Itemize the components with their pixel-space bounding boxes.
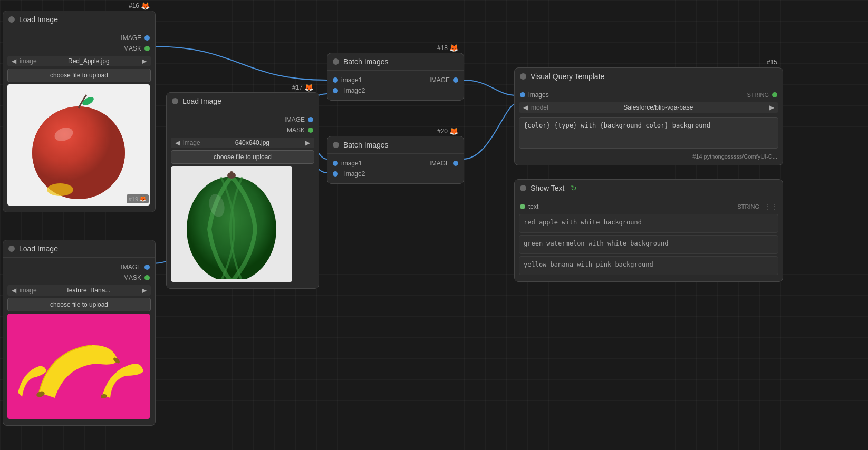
apple-image-16 [7, 84, 150, 206]
select-value-19: feature_Bana... [39, 287, 139, 294]
model-select-vqt[interactable]: ◀ model Salesforce/blip-vqa-base ▶ [519, 102, 778, 113]
node-title-19: Load Image [19, 244, 58, 253]
node-body-20: image1 IMAGE image2 [327, 154, 464, 183]
string-out-dot-vqt[interactable] [772, 92, 777, 97]
node-title-showtext: Show Text [531, 184, 564, 192]
mask-port-dot-17[interactable] [308, 128, 313, 133]
image2-port-20: image2 [327, 169, 464, 179]
status-dot-vqt [520, 73, 526, 80]
image-port-dot-19[interactable] [144, 265, 150, 270]
template-textarea[interactable]: {color} {type} with {background color} b… [519, 117, 778, 149]
image1-in-dot-20[interactable] [333, 161, 338, 166]
svg-point-4 [47, 183, 73, 196]
image-out-dot-18[interactable] [453, 77, 458, 83]
mask-port-label-16: MASK [123, 45, 141, 52]
mask-port-dot-16[interactable] [144, 46, 150, 51]
select-value-17: 640x640.jpg [202, 139, 302, 146]
model-label: model [531, 104, 548, 111]
images-label-vqt: images [528, 91, 549, 99]
image-port-label-16: IMAGE [121, 34, 141, 42]
node-header-17: Load Image [167, 93, 319, 110]
node-body-18: image1 IMAGE image2 [327, 71, 464, 100]
model-arrow-left[interactable]: ◀ [522, 104, 529, 111]
image-select-17[interactable]: ◀ image 640x640.jpg ▶ [171, 138, 314, 148]
image1-label-18: image1 [341, 76, 362, 84]
node-title-vqt: Visual Query Template [531, 72, 604, 81]
visual-query-node-15: #15 Visual Query Template images STRING … [514, 67, 783, 165]
text-in-dot-showtext[interactable] [520, 204, 525, 209]
image2-in-dot-18[interactable] [333, 88, 338, 93]
status-dot-20 [333, 142, 339, 148]
mask-port-dot-19[interactable] [144, 275, 150, 280]
mask-port-label-19: MASK [123, 274, 141, 281]
images-port-vqt: images STRING [515, 90, 783, 100]
image2-label-18: image2 [344, 87, 365, 94]
node-badge-17: #17 [292, 84, 303, 91]
mask-port-label-17: MASK [287, 126, 305, 134]
image-port-label-17: IMAGE [284, 116, 305, 123]
select-label-17: image [183, 139, 200, 146]
image1-label-20: image1 [341, 160, 362, 167]
image-select-16[interactable]: ◀ image Red_Apple.jpg ▶ [7, 56, 151, 66]
load-image-node-19: Load Image IMAGE MASK ◀ image feature_Ba… [3, 240, 156, 426]
image-port-row-19: IMAGE [3, 262, 155, 272]
node-badge-15: #15 [767, 58, 777, 66]
node-header-20: Batch Images [327, 136, 464, 154]
node-header-vqt: Visual Query Template [515, 68, 783, 85]
arrow-left-16[interactable]: ◀ [11, 57, 17, 65]
string-label-showtext: STRING [737, 203, 759, 210]
image-port-row-17: IMAGE [167, 114, 319, 125]
image2-port-18: image2 [327, 85, 464, 96]
image-out-dot-20[interactable] [453, 161, 458, 166]
node-title-20: Batch Images [343, 141, 389, 149]
mask-port-row-17: MASK [167, 125, 319, 135]
status-dot-19 [8, 246, 15, 252]
node-body-19: IMAGE MASK ◀ image feature_Bana... ▶ cho… [3, 258, 155, 425]
image2-label-20: image2 [344, 170, 365, 178]
select-label-16: image [20, 57, 37, 65]
refresh-icon-showtext[interactable]: ↻ [571, 184, 577, 192]
image-port-label-19: IMAGE [121, 263, 141, 271]
mask-port-row-19: MASK [3, 272, 155, 283]
select-label-19: image [20, 287, 37, 294]
node-badge-20: #20 [437, 128, 448, 135]
arrow-right-19[interactable]: ▶ [141, 287, 148, 294]
watermelon-image-17 [171, 166, 292, 282]
image-select-19[interactable]: ◀ image feature_Bana... ▶ [7, 285, 151, 296]
text-label-showtext: text [528, 203, 538, 210]
sub-badge-vqt: #14 pythongosssss/ComfyUI-C... [692, 153, 777, 160]
node-header-18: Batch Images [327, 53, 464, 71]
upload-btn-16[interactable]: choose file to upload [7, 69, 151, 82]
status-dot-18 [333, 58, 339, 65]
fox-icon-16: 🦊 [141, 2, 150, 10]
image1-port-18: image1 IMAGE [327, 75, 464, 85]
node-title-18: Batch Images [343, 57, 389, 66]
upload-btn-19[interactable]: choose file to upload [7, 298, 151, 311]
select-value-16: Red_Apple.jpg [39, 57, 139, 65]
image-preview-16: #19 🦊 [7, 84, 151, 206]
images-in-dot-vqt[interactable] [520, 92, 525, 97]
model-arrow-right[interactable]: ▶ [768, 104, 775, 111]
arrow-right-16[interactable]: ▶ [141, 57, 148, 65]
fox-icon-18: 🦊 [449, 44, 458, 52]
load-image-node-17: #17 🦊 Load Image IMAGE MASK ◀ image 640x… [166, 92, 319, 289]
upload-btn-17[interactable]: choose file to upload [171, 150, 314, 164]
arrow-left-17[interactable]: ◀ [174, 139, 181, 146]
arrow-left-19[interactable]: ◀ [11, 287, 17, 294]
image1-in-dot-18[interactable] [333, 77, 338, 83]
banana-image-19 [7, 314, 150, 419]
status-dot-17 [172, 98, 178, 104]
batch-images-node-18: #18 🦊 Batch Images image1 IMAGE image2 [327, 53, 464, 101]
image-out-label-18: IMAGE [429, 76, 450, 84]
image2-in-dot-20[interactable] [333, 171, 338, 177]
node-header-16: Load Image [3, 11, 155, 28]
image-port-dot-16[interactable] [144, 35, 150, 41]
node-badge-16: #16 [129, 2, 139, 9]
arrow-right-17[interactable]: ▶ [304, 139, 311, 146]
image-out-label-20: IMAGE [429, 160, 450, 167]
node-body-17: IMAGE MASK ◀ image 640x640.jpg ▶ choose … [167, 110, 319, 288]
image1-port-20: image1 IMAGE [327, 158, 464, 169]
image-port-dot-17[interactable] [308, 117, 313, 122]
fox-icon-17: 🦊 [304, 83, 313, 92]
load-image-node-16: #16 🦊 Load Image IMAGE MASK ◀ image Red_… [3, 11, 156, 212]
